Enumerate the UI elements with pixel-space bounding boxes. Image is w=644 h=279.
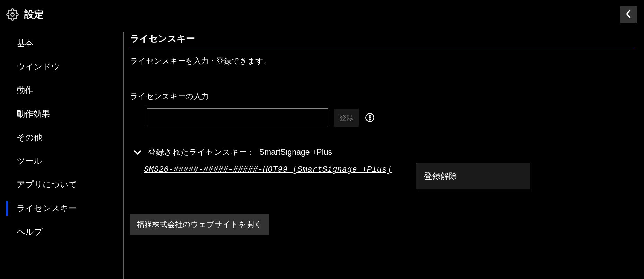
back-button[interactable] (620, 6, 637, 23)
header: 設定 (0, 0, 644, 29)
section-description: ライセンスキーを入力・登録できます。 (130, 56, 634, 66)
sidebar-item-label: 動作効果 (17, 109, 50, 118)
svg-point-3 (369, 117, 371, 118)
sidebar-item-label: ウインドウ (17, 62, 60, 71)
sidebar-item-other[interactable]: その他 (0, 126, 123, 149)
sidebar: 基本 ウインドウ 動作 動作効果 その他 ツール アプリについて ライセンスキー… (0, 29, 123, 279)
svg-point-4 (369, 119, 371, 120)
sidebar-item-label: ライセンスキー (17, 203, 77, 213)
info-icon[interactable] (364, 112, 375, 123)
chevron-left-icon (625, 9, 632, 20)
sidebar-item-basic[interactable]: 基本 (0, 31, 123, 55)
sidebar-item-help[interactable]: ヘルプ (0, 220, 123, 244)
sidebar-item-window[interactable]: ウインドウ (0, 55, 123, 78)
sidebar-item-label: アプリについて (17, 180, 77, 189)
input-label: ライセンスキーの入力 (130, 91, 634, 102)
registered-label: 登録されたライセンスキー： SmartSignage +Plus (148, 147, 332, 158)
license-key-input[interactable] (147, 108, 328, 127)
sidebar-item-tools[interactable]: ツール (0, 149, 123, 173)
svg-point-2 (369, 115, 371, 116)
sidebar-item-label: ヘルプ (17, 227, 43, 236)
input-row: 登録 (147, 108, 634, 127)
register-button[interactable]: 登録 (334, 109, 359, 127)
unregister-button[interactable]: 登録解除 (416, 163, 530, 189)
sidebar-item-license[interactable]: ライセンスキー (0, 196, 123, 220)
sidebar-item-label: 基本 (17, 38, 33, 48)
sidebar-item-label: その他 (17, 133, 42, 142)
section-title: ライセンスキー (130, 33, 634, 48)
sidebar-item-label: 動作 (17, 85, 33, 95)
open-website-button[interactable]: 福猫株式会社のウェブサイトを開く (130, 214, 269, 235)
chevron-down-icon (133, 147, 142, 157)
license-key-row: SMS26-#####-#####-#####-HOT99 [SmartSign… (130, 163, 634, 189)
layout: 基本 ウインドウ 動作 動作効果 その他 ツール アプリについて ライセンスキー… (0, 29, 644, 279)
sidebar-item-behavior[interactable]: 動作 (0, 78, 123, 102)
sidebar-item-label: ツール (17, 156, 42, 166)
svg-point-0 (11, 13, 14, 16)
sidebar-item-effects[interactable]: 動作効果 (0, 102, 123, 126)
main-content: ライセンスキー ライセンスキーを入力・登録できます。 ライセンスキーの入力 登録 (124, 29, 644, 279)
page-title: 設定 (24, 8, 44, 21)
sidebar-item-about[interactable]: アプリについて (0, 173, 123, 196)
header-left: 設定 (6, 8, 44, 21)
gear-icon (6, 8, 19, 21)
registered-key-header[interactable]: 登録されたライセンスキー： SmartSignage +Plus (133, 147, 634, 158)
license-key-value: SMS26-#####-#####-#####-HOT99 [SmartSign… (144, 163, 392, 174)
